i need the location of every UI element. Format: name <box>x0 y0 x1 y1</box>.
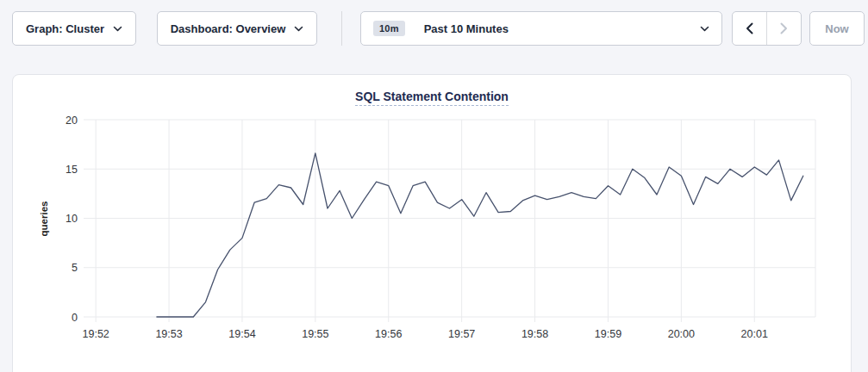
chart-title-row: SQL Statement Contention <box>13 89 851 104</box>
contention-chart[interactable]: 0510152019:5219:5319:5419:5519:5619:5719… <box>13 75 852 368</box>
y-tick-label: 20 <box>66 115 78 127</box>
chevron-down-icon <box>700 26 709 32</box>
x-tick-label: 19:59 <box>595 328 621 340</box>
time-range-badge: 10m <box>373 21 405 36</box>
x-tick-label: 20:01 <box>741 328 768 340</box>
y-tick-label: 15 <box>66 164 78 176</box>
chart-panel: SQL Statement Contention 0510152019:5219… <box>12 74 852 372</box>
dashboard-dropdown[interactable]: Dashboard: Overview <box>157 11 317 46</box>
x-tick-label: 19:52 <box>83 328 109 340</box>
chart-title[interactable]: SQL Statement Contention <box>355 90 509 106</box>
now-button[interactable]: Now <box>809 11 865 46</box>
y-tick-label: 10 <box>66 213 78 225</box>
x-tick-label: 19:57 <box>448 328 475 340</box>
x-tick-label: 19:56 <box>375 328 402 340</box>
chevron-down-icon <box>294 26 303 32</box>
y-tick-label: 5 <box>72 262 78 274</box>
metrics-page: Graph: Cluster Dashboard: Overview 10m P… <box>0 0 868 372</box>
now-button-label: Now <box>825 22 848 35</box>
x-tick-label: 19:54 <box>228 328 255 340</box>
chevron-down-icon <box>113 26 122 32</box>
x-tick-label: 19:55 <box>302 328 328 340</box>
chevron-left-icon <box>746 22 753 34</box>
toolbar-divider <box>341 11 342 46</box>
y-tick-label: 0 <box>72 312 78 324</box>
time-back-button[interactable] <box>733 12 766 45</box>
dashboard-dropdown-label: Dashboard: Overview <box>171 22 286 35</box>
graph-dropdown[interactable]: Graph: Cluster <box>12 11 136 46</box>
time-nav-group <box>732 11 802 46</box>
chevron-right-icon <box>780 22 788 34</box>
graph-dropdown-label: Graph: Cluster <box>26 22 104 35</box>
time-range-label: Past 10 Minutes <box>424 22 509 35</box>
x-tick-label: 19:53 <box>155 328 182 340</box>
time-forward-button[interactable] <box>766 12 801 45</box>
y-axis-label: queries <box>39 202 49 237</box>
time-range-dropdown[interactable]: 10m Past 10 Minutes <box>360 11 722 46</box>
x-tick-label: 20:00 <box>668 328 695 340</box>
series-line <box>157 153 803 317</box>
x-tick-label: 19:58 <box>521 328 548 340</box>
